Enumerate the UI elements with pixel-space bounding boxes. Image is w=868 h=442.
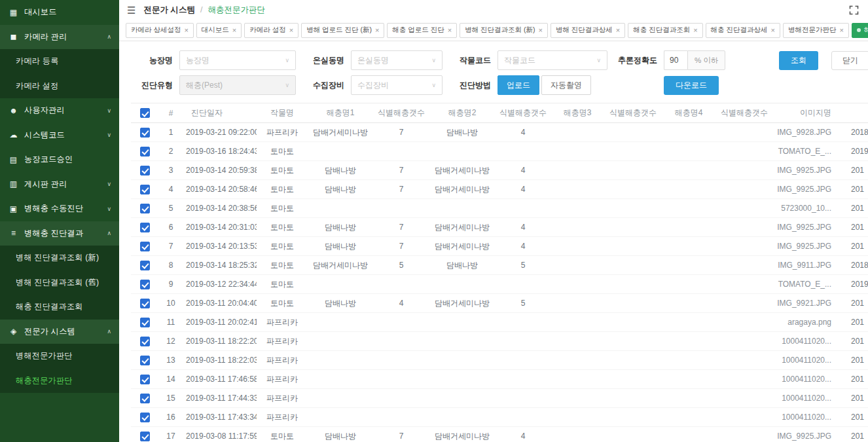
sidebar-item[interactable]: ▣ 병해충 수동진단 ∨	[0, 196, 119, 221]
row-checkbox[interactable]	[140, 223, 150, 232]
equipment-select[interactable]: 수집장비 ∨	[351, 75, 443, 95]
sidebar-item[interactable]: ▤ 농장코드승인	[0, 147, 119, 172]
table-row[interactable]: 15 2019-03-11 17:44:33 파프리카 1000411020..…	[131, 389, 868, 408]
row-checkbox[interactable]	[140, 242, 150, 251]
sidebar-item[interactable]: ◈ 전문가 시스템 ∧	[0, 320, 119, 344]
table-row[interactable]: 6 2019-03-14 20:31:03 토마토 담배나방 7 담배거세미나방…	[131, 218, 868, 237]
sidebar-item[interactable]: 해충 진단결과조회	[0, 295, 119, 320]
table-header-row: # 진단일자 작물명 해충명1 식별해충갯수 해충명2 식별해충갯수 해충명3	[131, 103, 868, 123]
tab-close-icon[interactable]: ×	[448, 26, 452, 34]
row-checkbox[interactable]	[140, 432, 150, 441]
tab[interactable]: 대시보드 ×	[196, 23, 242, 38]
tab[interactable]: 병해 진단결과상세 ×	[551, 23, 625, 38]
tab[interactable]: 해충 업로드 진단 ×	[387, 23, 457, 38]
row-checkbox[interactable]	[140, 375, 150, 384]
greenhouse-select[interactable]: 온실동명 ∨	[351, 50, 443, 70]
tab-close-icon[interactable]: ×	[289, 26, 293, 34]
row-checkbox[interactable]	[140, 413, 150, 422]
table-row[interactable]: 2 2019-03-16 18:24:43 토마토 TOMATO_E_... 2…	[131, 142, 868, 161]
sidebar: ▦ 대시보드 ◼ 카메라 관리 ∧ 카메라 등록 카메라 설정 ☻ 사용자관리 …	[0, 0, 119, 442]
table-row[interactable]: 17 2019-03-08 11:17:59 토마토 담배나방 7 담배거세미나…	[131, 427, 868, 442]
table-row[interactable]: 8 2019-03-14 18:25:32 토마토 담배거세미나방 5 담배나방…	[131, 256, 868, 275]
diagnosis-type-select[interactable]: 해충(Pest) ∨	[179, 75, 296, 95]
sidebar-item[interactable]: ▦ 대시보드	[0, 0, 119, 25]
fullscreen-icon[interactable]	[849, 5, 859, 15]
method-option-button[interactable]: 자동촬영	[541, 75, 591, 95]
registered-date-cell: 201	[842, 408, 868, 427]
tab[interactable]: 카메라 상세설정 ×	[126, 23, 194, 38]
tab[interactable]: 병해 진단결과조회 (新) ×	[460, 23, 548, 38]
sidebar-item[interactable]: 병해 진단결과조회 (舊)	[0, 270, 119, 295]
pest4-cell	[662, 142, 715, 161]
row-checkbox[interactable]	[140, 204, 150, 213]
download-button[interactable]: 다운로드	[664, 76, 719, 95]
sidebar-item[interactable]: ≡ 병해충 진단결과 ∧	[0, 221, 119, 246]
sidebar-item-label: 카메라 설정	[16, 81, 111, 92]
row-checkbox[interactable]	[140, 147, 150, 157]
sidebar-item[interactable]: ◼ 카메라 관리 ∧	[0, 25, 119, 50]
row-checkbox[interactable]	[140, 356, 150, 365]
table-row[interactable]: 13 2019-03-11 18:22:03 파프리카 1000411020..…	[131, 351, 868, 370]
search-button[interactable]: 조회	[779, 51, 818, 70]
tab-close-icon[interactable]: ×	[538, 26, 542, 34]
crop-name-cell: 토마토	[257, 218, 308, 237]
table-row[interactable]: 12 2019-03-11 18:22:20 파프리카 1000411020..…	[131, 332, 868, 351]
accuracy-input[interactable]	[664, 50, 687, 70]
row-checkbox[interactable]	[140, 318, 150, 327]
table-row[interactable]: 3 2019-03-14 20:59:38 토마토 담배나방 7 담배거세미나방…	[131, 161, 868, 180]
tab-close-icon[interactable]: ×	[839, 26, 843, 34]
pest3-cell	[551, 199, 604, 218]
tab[interactable]: 카메라 설정 ×	[244, 23, 298, 38]
menu-icon[interactable]: ☰	[127, 5, 136, 15]
tab-close-icon[interactable]: ×	[616, 26, 620, 34]
pest1-count-cell: 7	[373, 218, 429, 237]
table-row[interactable]: 9 2019-03-12 22:34:44 토마토 TOMATO_E_... 2…	[131, 275, 868, 294]
registered-date-cell: 201	[842, 370, 868, 389]
row-checkbox[interactable]	[140, 299, 150, 308]
tab-close-icon[interactable]: ×	[184, 26, 188, 34]
sidebar-item[interactable]: ☁ 시스템코드 ∨	[0, 123, 119, 148]
table-row[interactable]: 5 2019-03-14 20:38:56 토마토 5723000_10... …	[131, 199, 868, 218]
tab[interactable]: 병해전문가판단 ×	[783, 23, 849, 38]
sidebar-item[interactable]: 카메라 등록	[0, 49, 119, 74]
method-option-button[interactable]: 업로드	[497, 75, 539, 95]
image-name-cell: IMG_9925.JPG	[774, 427, 842, 442]
table-row[interactable]: 1 2019-03-21 09:22:00 파프리카 담배거세미나방 7 담배나…	[131, 123, 868, 142]
tab[interactable]: 병해 업로드 진단 (新) ×	[301, 23, 384, 38]
table-row[interactable]: 7 2019-03-14 20:13:53 토마토 담배나방 7 담배거세미나방…	[131, 237, 868, 256]
row-checkbox[interactable]	[140, 394, 150, 403]
table-row[interactable]: 11 2019-03-11 20:02:41 파프리카 aragaya.png …	[131, 313, 868, 332]
pest1-cell: 담배나방	[308, 294, 373, 313]
sidebar-item[interactable]: 병해전문가판단	[0, 344, 119, 369]
row-checkbox[interactable]	[140, 166, 150, 175]
sidebar-item[interactable]: 카메라 설정	[0, 74, 119, 99]
crop-code-select[interactable]: 작물코드 ∨	[497, 50, 607, 70]
sidebar-item[interactable]: 병해 진단결과조회 (新)	[0, 246, 119, 270]
row-checkbox[interactable]	[140, 337, 150, 346]
tab[interactable]: 해충 진단결과조회 ×	[628, 23, 702, 38]
pest1-cell	[308, 370, 373, 389]
sidebar-item[interactable]: ☻ 사용자관리 ∨	[0, 98, 119, 123]
tab-close-icon[interactable]: ×	[771, 26, 775, 34]
tab[interactable]: 해충전문가판단 ×	[852, 23, 868, 38]
table-row[interactable]: 16 2019-03-11 17:43:34 파프리카 1000411020..…	[131, 408, 868, 427]
table-row[interactable]: 4 2019-03-14 20:58:46 토마토 담배나방 7 담배거세미나방…	[131, 180, 868, 199]
tab-close-icon[interactable]: ×	[375, 26, 379, 34]
pest4-count-cell	[715, 294, 774, 313]
sidebar-item[interactable]: 해충전문가판단	[0, 369, 119, 394]
close-button[interactable]: 닫기	[831, 51, 868, 70]
row-checkbox[interactable]	[140, 185, 150, 194]
table-row[interactable]: 10 2019-03-11 20:04:40 토마토 담배나방 4 담배거세미나…	[131, 294, 868, 313]
sidebar-item[interactable]: ▥ 게시판 관리 ∨	[0, 172, 119, 197]
farm-select[interactable]: 농장명 ∨	[179, 50, 296, 70]
tab-close-icon[interactable]: ×	[232, 26, 236, 34]
checkbox-cell	[131, 351, 158, 370]
select-all-checkbox[interactable]	[140, 108, 150, 118]
table-row[interactable]: 14 2019-03-11 17:46:58 파프리카 1000411020..…	[131, 370, 868, 389]
tab-close-icon[interactable]: ×	[693, 26, 697, 34]
row-checkbox[interactable]	[140, 261, 150, 270]
row-checkbox[interactable]	[140, 280, 150, 289]
tab[interactable]: 해충 진단결과상세 ×	[706, 23, 780, 38]
row-checkbox[interactable]	[140, 128, 150, 138]
pest3-count-cell	[604, 408, 662, 427]
